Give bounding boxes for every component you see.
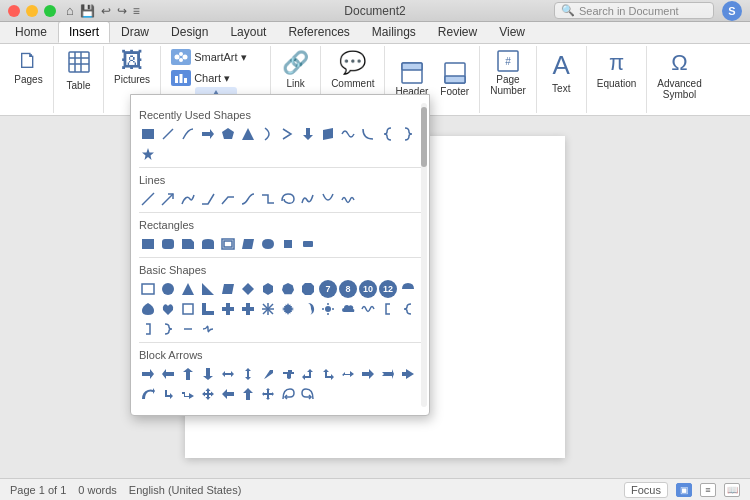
shape-l-shape[interactable] (199, 300, 217, 318)
window-controls[interactable] (8, 5, 56, 17)
block-arrow-stripe[interactable] (399, 365, 417, 383)
block-arrow-diag-ur[interactable] (259, 365, 277, 383)
line-open-arc[interactable] (319, 190, 337, 208)
line-wave[interactable] (339, 190, 357, 208)
block-four-arrows[interactable] (259, 385, 277, 403)
minimize-button[interactable] (26, 5, 38, 17)
shape-bracket-m[interactable] (179, 320, 197, 338)
focus-button[interactable]: Focus (624, 482, 668, 498)
shape-cloud[interactable] (339, 300, 357, 318)
shape-callout-12[interactable]: 12 (379, 280, 397, 298)
chart-button[interactable]: Chart ▾ (167, 69, 234, 87)
shape-square-frame[interactable] (179, 300, 197, 318)
shape-heart-inv[interactable] (159, 300, 177, 318)
shape-gear[interactable] (279, 300, 297, 318)
view-btn-read[interactable]: 📖 (724, 483, 740, 497)
save-icon[interactable]: 💾 (80, 4, 95, 18)
shape-plus[interactable] (239, 300, 257, 318)
shape-oval[interactable] (159, 280, 177, 298)
block-loop-right[interactable] (299, 385, 317, 403)
redo-icon[interactable]: ↪ (117, 4, 127, 18)
link-button[interactable]: 🔗 Link (278, 48, 313, 91)
home-icon[interactable]: ⌂ (66, 3, 74, 18)
undo-icon[interactable]: ↩ (101, 4, 111, 18)
block-loop-left[interactable] (279, 385, 297, 403)
shape-oct[interactable] (299, 280, 317, 298)
block-return-arrow[interactable] (339, 365, 357, 383)
comment-button[interactable]: 💬 Comment (327, 48, 378, 91)
shape-rect[interactable] (139, 125, 157, 143)
tab-draw[interactable]: Draw (110, 21, 160, 43)
maximize-button[interactable] (44, 5, 56, 17)
block-turn-down[interactable] (159, 385, 177, 403)
shape-brace2-r[interactable] (159, 320, 177, 338)
shape-para2[interactable] (219, 280, 237, 298)
block-turn-r[interactable] (319, 365, 337, 383)
shape-rect2[interactable] (139, 280, 157, 298)
line-straight[interactable] (139, 190, 157, 208)
shape-pentagon[interactable] (219, 125, 237, 143)
scrollbar[interactable] (421, 103, 427, 407)
shape-brace-m[interactable] (199, 320, 217, 338)
shape-arc-lt[interactable] (359, 125, 377, 143)
tab-view[interactable]: View (488, 21, 536, 43)
close-button[interactable] (8, 5, 20, 17)
shape-half-circle[interactable] (399, 280, 417, 298)
block-arrow-ud[interactable] (239, 365, 257, 383)
shape-brace-r[interactable] (399, 125, 417, 143)
text-button[interactable]: A Text (548, 48, 574, 96)
view-btn-print[interactable]: ▣ (676, 483, 692, 497)
shape-snowflake[interactable] (259, 300, 277, 318)
block-curve-up[interactable] (139, 385, 157, 403)
shape-star[interactable] (139, 145, 157, 163)
shape-rtriangle[interactable] (199, 280, 217, 298)
table-button[interactable]: Table (63, 48, 95, 93)
shape-brace2-l[interactable] (399, 300, 417, 318)
line-loop[interactable] (279, 190, 297, 208)
shape-callout-7[interactable]: 7 (319, 280, 337, 298)
page-number-button[interactable]: # Page Number (486, 48, 530, 98)
tab-mailings[interactable]: Mailings (361, 21, 427, 43)
tab-layout[interactable]: Layout (219, 21, 277, 43)
search-bar[interactable]: 🔍 Search in Document (554, 2, 714, 19)
block-quad-arrow[interactable] (199, 385, 217, 403)
shape-callout-10[interactable]: 10 (359, 280, 377, 298)
shape-wave[interactable] (339, 125, 357, 143)
block-arrow-left[interactable] (159, 365, 177, 383)
line-arrow[interactable] (159, 190, 177, 208)
shape-quad[interactable] (319, 125, 337, 143)
pages-button[interactable]: 🗋 Pages (10, 48, 46, 87)
shape-diamond[interactable] (239, 280, 257, 298)
shape-teardrop[interactable] (139, 300, 157, 318)
smartart-button[interactable]: SmartArt ▾ (167, 48, 250, 66)
shape-bracket-l[interactable] (379, 300, 397, 318)
tab-insert[interactable]: Insert (58, 21, 110, 43)
rect-plain[interactable] (139, 235, 157, 253)
rect-frame[interactable] (219, 235, 237, 253)
shape-scurve[interactable] (179, 125, 197, 143)
tab-references[interactable]: References (277, 21, 360, 43)
rect-sm[interactable] (279, 235, 297, 253)
block-notched[interactable] (379, 365, 397, 383)
line-elbow[interactable] (199, 190, 217, 208)
shape-triangle[interactable] (239, 125, 257, 143)
block-arrow-lr[interactable] (219, 365, 237, 383)
line-elbow2[interactable] (219, 190, 237, 208)
block-bend-right[interactable] (179, 385, 197, 403)
shape-chevron-right[interactable] (279, 125, 297, 143)
shape-triangle2[interactable] (179, 280, 197, 298)
block-arrow-bent-l[interactable] (279, 365, 297, 383)
more-icon[interactable]: ≡ (133, 4, 140, 18)
block-turn-l[interactable] (299, 365, 317, 383)
line-freeform[interactable] (299, 190, 317, 208)
line-curve[interactable] (179, 190, 197, 208)
view-btn-web[interactable]: ≡ (700, 483, 716, 497)
equation-button[interactable]: π Equation (593, 48, 640, 91)
rect-oval[interactable] (259, 235, 277, 253)
tab-design[interactable]: Design (160, 21, 219, 43)
shape-curve-right[interactable] (259, 125, 277, 143)
shape-callout-8[interactable]: 8 (339, 280, 357, 298)
user-icon[interactable]: S (722, 1, 742, 21)
shape-bracket-r[interactable] (139, 320, 157, 338)
rect-round[interactable] (159, 235, 177, 253)
